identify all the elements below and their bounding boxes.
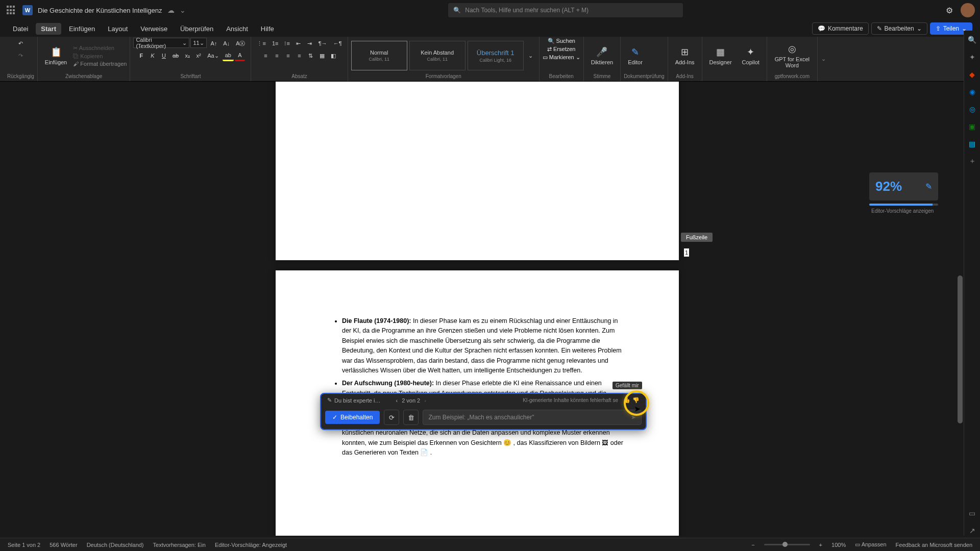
undo-button[interactable]: ↶ bbox=[15, 38, 26, 49]
document-canvas[interactable]: 1968 von Terry Winograd entwickelt wurde… bbox=[0, 82, 964, 536]
redo-button[interactable]: ↷ bbox=[15, 50, 26, 61]
rail-icon-1[interactable]: ◆ bbox=[967, 69, 977, 80]
borders-button[interactable]: ▦ bbox=[317, 50, 327, 61]
rail-bottom-1[interactable]: ▭ bbox=[967, 508, 977, 518]
copy-button[interactable]: ⿻ Kopieren bbox=[73, 53, 127, 59]
vertical-scrollbar[interactable] bbox=[957, 82, 964, 536]
select-button[interactable]: ▭ Markieren ⌄ bbox=[543, 54, 580, 61]
subscript-button[interactable]: x₂ bbox=[182, 50, 192, 61]
copilot-refine-input[interactable]: Zum Beispiel: „Mach es anschaulicher" ➤ bbox=[423, 410, 642, 425]
app-launcher-icon[interactable] bbox=[5, 4, 17, 16]
align-right-button[interactable]: ≡ bbox=[283, 50, 293, 61]
rail-icon-3[interactable]: ◎ bbox=[967, 104, 977, 114]
case-button[interactable]: Aa⌄ bbox=[205, 50, 221, 61]
editor-score-panel[interactable]: 92% ✎ Editor-Vorschläge anzeigen bbox=[869, 172, 938, 214]
bold-button[interactable]: F bbox=[136, 50, 146, 61]
rail-bottom-2[interactable]: ↗ bbox=[967, 525, 977, 536]
style-heading1[interactable]: Überschrift 1Calibri Light, 16 bbox=[468, 41, 524, 70]
thumbs-up-button[interactable]: 👍 bbox=[623, 397, 630, 404]
indent-dec-button[interactable]: ⇤ bbox=[293, 38, 304, 49]
copilot-button[interactable]: ✦Copilot bbox=[738, 44, 764, 67]
zoom-percent[interactable]: 100% bbox=[831, 542, 846, 548]
clear-format-button[interactable]: Aⓧ bbox=[233, 38, 248, 49]
menu-layout[interactable]: Layout bbox=[103, 23, 133, 35]
user-avatar[interactable] bbox=[961, 3, 975, 17]
indent-inc-button[interactable]: ⇥ bbox=[305, 38, 315, 49]
align-left-button[interactable]: ≡ bbox=[261, 50, 271, 61]
editor-suggestions-link[interactable]: Editor-Vorschläge anzeigen bbox=[869, 208, 938, 214]
style-normal[interactable]: NormalCalibri, 11 bbox=[351, 41, 407, 70]
regenerate-button[interactable]: ⟳ bbox=[384, 410, 399, 425]
copilot-prompt-chip[interactable]: ✎Du bist experte i… bbox=[327, 397, 380, 404]
multilevel-button[interactable]: ⁝≡ bbox=[282, 38, 292, 49]
status-language[interactable]: Deutsch (Deutschland) bbox=[87, 542, 144, 548]
document-title[interactable]: Die Geschichte der Künstlichen Intellige… bbox=[38, 7, 162, 14]
rtl-button[interactable]: ←¶ bbox=[331, 38, 345, 49]
status-words[interactable]: 566 Wörter bbox=[50, 542, 77, 548]
comments-button[interactable]: 💬Kommentare bbox=[812, 22, 869, 35]
superscript-button[interactable]: x² bbox=[193, 50, 204, 61]
strike-button[interactable]: ab bbox=[170, 50, 181, 61]
menu-verweise[interactable]: Verweise bbox=[135, 23, 173, 35]
underline-button[interactable]: U bbox=[159, 50, 169, 61]
zoom-slider[interactable] bbox=[764, 544, 810, 545]
search-icon[interactable]: 🔍 bbox=[967, 35, 977, 45]
send-icon[interactable]: ➤ bbox=[631, 414, 636, 421]
saved-cloud-icon[interactable]: ☁ bbox=[167, 6, 175, 14]
status-editor-sugg[interactable]: Editor-Vorschläge: Angezeigt bbox=[215, 542, 287, 548]
footer-label[interactable]: Fußzeile bbox=[681, 233, 713, 242]
search-input[interactable]: 🔍 Nach Tools, Hilfe und mehr suchen (ALT… bbox=[448, 3, 683, 17]
rail-icon-2[interactable]: ◉ bbox=[967, 87, 977, 97]
grow-font-button[interactable]: A↑ bbox=[208, 38, 219, 49]
designer-button[interactable]: ▦Designer bbox=[705, 44, 736, 67]
discard-button[interactable]: 🗑 bbox=[403, 410, 419, 425]
font-name-select[interactable]: Calibri (Textkörper)⌄ bbox=[133, 38, 189, 48]
rail-icon-4[interactable]: ▣ bbox=[967, 121, 977, 132]
editor-button[interactable]: ✎Editor bbox=[624, 44, 647, 67]
ltr-button[interactable]: ¶→ bbox=[316, 38, 330, 49]
font-size-select[interactable]: 11⌄ bbox=[190, 38, 207, 48]
settings-icon[interactable]: ⚙ bbox=[946, 6, 953, 15]
feedback-link[interactable]: Feedback an Microsoft senden bbox=[896, 542, 972, 548]
dictate-button[interactable]: 🎤Diktieren bbox=[587, 44, 617, 67]
chevron-down-icon[interactable]: ⌄ bbox=[180, 6, 186, 14]
replace-button[interactable]: ⇄ Ersetzen bbox=[547, 46, 575, 53]
numbering-button[interactable]: 1≡ bbox=[270, 38, 281, 49]
menu-ansicht[interactable]: Ansicht bbox=[221, 23, 253, 35]
format-painter-button[interactable]: 🖌 Format übertragen bbox=[73, 61, 127, 67]
page-1[interactable]: 1968 von Terry Winograd entwickelt wurde… bbox=[276, 82, 679, 260]
menu-hilfe[interactable]: Hilfe bbox=[256, 23, 279, 35]
thumbs-down-button[interactable]: 👎 bbox=[632, 397, 640, 404]
menu-einfuegen[interactable]: Einfügen bbox=[64, 23, 100, 35]
status-page[interactable]: Seite 1 von 2 bbox=[8, 542, 40, 548]
zoom-out-button[interactable]: − bbox=[751, 542, 754, 548]
editing-mode-button[interactable]: ✎Bearbeiten⌄ bbox=[871, 22, 927, 35]
copilot-rail-icon[interactable]: ✦ bbox=[967, 52, 977, 62]
find-button[interactable]: 🔍 Suchen bbox=[548, 38, 575, 44]
justify-button[interactable]: ≡ bbox=[295, 50, 305, 61]
rail-add-icon[interactable]: ＋ bbox=[967, 156, 977, 166]
shading-button[interactable]: ◧ bbox=[328, 50, 338, 61]
scrollbar-thumb[interactable] bbox=[958, 276, 963, 423]
menu-datei[interactable]: Datei bbox=[8, 23, 33, 35]
line-spacing-button[interactable]: ⇅ bbox=[306, 50, 316, 61]
styles-more-button[interactable]: ⌄ bbox=[526, 50, 536, 61]
addins-button[interactable]: ⊞Add-Ins bbox=[671, 44, 699, 67]
rail-icon-5[interactable]: ▤ bbox=[967, 139, 977, 149]
next-suggestion-button[interactable]: › bbox=[424, 397, 426, 404]
paste-button[interactable]: 📋 Einfügen bbox=[41, 44, 71, 67]
fit-button[interactable]: ▭ Anpassen bbox=[855, 541, 886, 548]
align-center-button[interactable]: ≡ bbox=[272, 50, 282, 61]
status-predictions[interactable]: Textvorhersagen: Ein bbox=[153, 542, 206, 548]
font-color-button[interactable]: A bbox=[235, 50, 245, 61]
zoom-in-button[interactable]: + bbox=[819, 542, 822, 548]
shrink-font-button[interactable]: A↓ bbox=[220, 38, 232, 49]
style-no-spacing[interactable]: Kein AbstandCalibri, 11 bbox=[409, 41, 465, 70]
prev-suggestion-button[interactable]: ‹ bbox=[396, 397, 398, 404]
cut-button[interactable]: ✂ Ausschneiden bbox=[73, 45, 127, 52]
menu-ueberpruefen[interactable]: Überprüfen bbox=[175, 23, 218, 35]
bullets-button[interactable]: ⋮≡ bbox=[254, 38, 268, 49]
italic-button[interactable]: K bbox=[148, 50, 158, 61]
ribbon-collapse-button[interactable]: ⌄ bbox=[818, 37, 830, 81]
keep-button[interactable]: ✓Beibehalten bbox=[325, 411, 380, 424]
